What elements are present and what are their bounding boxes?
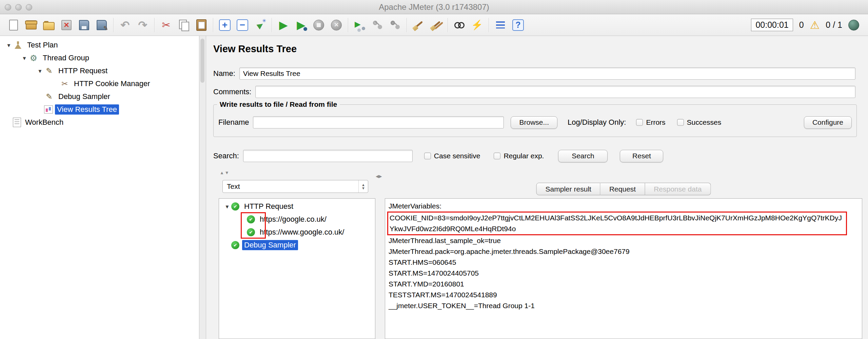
search-reset-icon[interactable] <box>470 18 485 33</box>
remote-start-all-icon[interactable] <box>352 18 367 33</box>
view-mode-select[interactable]: Text ▲▼ <box>222 180 368 193</box>
split-collapse-arrows-horizontal-icon[interactable]: ◀▶ <box>376 174 382 179</box>
zoom-window-button[interactable] <box>26 4 32 11</box>
stop-icon[interactable] <box>311 18 326 33</box>
thread-group-icon <box>28 53 39 63</box>
successes-checkbox[interactable] <box>677 119 684 126</box>
save-as-icon[interactable] <box>94 18 109 33</box>
result-tree-item[interactable]: https://www.google.co.uk/ <box>219 226 375 239</box>
result-tree-item[interactable]: Debug Sampler <box>219 239 375 252</box>
toolbar-group <box>276 18 344 33</box>
successes-checkbox-wrap: Successes <box>677 118 722 126</box>
response-line: START.YMD=20160801 <box>389 279 859 290</box>
clear-icon[interactable] <box>411 18 426 33</box>
errors-checkbox-label: Errors <box>646 118 665 126</box>
start-no-pauses-icon[interactable] <box>294 18 309 33</box>
successes-checkbox-label: Successes <box>687 118 722 126</box>
response-line: START.HMS=060645 <box>389 257 859 268</box>
clear-all-icon[interactable] <box>429 18 443 33</box>
results-split-divider[interactable]: ◀▶ <box>375 180 385 339</box>
results-split: ▲▼ Text ▲▼ ▼HTTP Requesthttps://google.c… <box>206 169 868 339</box>
search-icon[interactable] <box>452 18 467 33</box>
collapse-all-icon[interactable] <box>237 19 248 31</box>
test-plan-tree: ▼Test Plan▼Thread Group▼HTTP RequestHTTP… <box>0 36 199 339</box>
regular-exp-checkbox[interactable] <box>494 153 500 159</box>
reset-button[interactable]: Reset <box>620 150 663 162</box>
case-sensitive-checkbox[interactable] <box>424 153 431 159</box>
warning-triangle-icon[interactable]: ⚠ <box>810 20 820 31</box>
tree-split-divider[interactable] <box>199 36 206 339</box>
success-check-icon <box>247 215 255 223</box>
expand-all-icon[interactable] <box>219 19 231 31</box>
write-results-group-title: Write results to file / Read from file <box>217 100 340 108</box>
results-tree: ▼HTTP Requesthttps://google.co.uk/https:… <box>219 198 375 339</box>
name-input[interactable] <box>239 67 855 80</box>
toggle-icon[interactable] <box>253 18 268 33</box>
filename-input[interactable] <box>253 116 504 128</box>
response-data-panel: JMeterVariables:COOKIE_NID=83=smdoI9oyJ2… <box>385 198 862 339</box>
tab-sampler-result[interactable]: Sampler result <box>536 183 600 195</box>
toolbar-group <box>411 18 443 33</box>
minimize-window-button[interactable] <box>15 4 22 11</box>
comments-input[interactable] <box>255 86 855 98</box>
result-tree-item[interactable]: https://google.co.uk/ <box>219 213 375 226</box>
toolbar: 00:00:01 0 ⚠ 0 / 1 <box>0 14 868 36</box>
save-icon[interactable] <box>77 18 92 33</box>
debug-sampler-icon <box>44 92 54 101</box>
templates-icon[interactable] <box>24 18 39 33</box>
sidebar-item[interactable]: Debug Sampler <box>0 90 199 103</box>
sidebar-item[interactable]: ▼Test Plan <box>0 39 199 52</box>
disclosure-triangle-icon[interactable]: ▼ <box>36 68 44 74</box>
sidebar-item[interactable]: HTTP Cookie Manager <box>0 77 199 90</box>
sidebar-item[interactable]: WorkBench <box>0 116 199 129</box>
errors-checkbox[interactable] <box>636 119 643 126</box>
function-helper-icon[interactable] <box>493 18 508 33</box>
regular-exp-label: Regular exp. <box>504 152 544 160</box>
disclosure-triangle-icon[interactable]: ▼ <box>5 42 13 48</box>
copy-icon[interactable] <box>176 18 191 33</box>
result-tree-item[interactable]: ▼HTTP Request <box>219 200 375 213</box>
disclosure-triangle-icon[interactable]: ▼ <box>20 55 28 61</box>
toolbar-separator <box>154 18 155 32</box>
scrollbar-thumb[interactable] <box>200 39 204 83</box>
tab-request[interactable]: Request <box>600 183 645 195</box>
open-folder-icon[interactable] <box>41 18 56 33</box>
cookie-manager-icon <box>60 79 70 88</box>
view-results-tree-panel: View Results Tree Name: Comments: Write … <box>206 36 868 339</box>
search-input[interactable] <box>243 150 413 162</box>
sidebar-item[interactable]: ▼HTTP Request <box>0 64 199 77</box>
redo-icon[interactable] <box>135 18 150 33</box>
help-icon[interactable] <box>512 19 524 31</box>
annotation-red-box-cookie: COOKIE_NID=83=smdoI9oyJ2eP7ttgjvCtLM2EHU… <box>387 212 847 235</box>
close-file-icon[interactable] <box>59 18 74 33</box>
cut-icon[interactable] <box>159 18 174 33</box>
disclosure-triangle-icon[interactable]: ▼ <box>223 204 231 210</box>
http-request-icon <box>44 66 54 76</box>
toolbar-separator <box>489 18 489 32</box>
search-row: Search: Case sensitive Regular exp. Sear… <box>213 149 855 163</box>
paste-icon[interactable] <box>194 18 209 33</box>
sidebar-item[interactable]: View Results Tree <box>0 103 199 116</box>
remote-stop-all-icon[interactable] <box>370 18 385 33</box>
close-window-button[interactable] <box>5 4 11 11</box>
case-sensitive-label: Case sensitive <box>434 152 480 160</box>
new-file-icon[interactable] <box>6 18 21 33</box>
remote-shutdown-all-icon[interactable] <box>388 18 402 33</box>
split-collapse-arrows-icon[interactable]: ▲▼ <box>220 170 230 175</box>
search-button[interactable]: Search <box>558 150 608 162</box>
sidebar-item-label: HTTP Request <box>56 66 110 76</box>
start-icon[interactable] <box>276 18 291 33</box>
log-error-count[interactable]: 0 <box>799 20 804 30</box>
toolbar-group <box>118 18 150 33</box>
sidebar-item-label: HTTP Cookie Manager <box>72 79 152 89</box>
shutdown-icon[interactable] <box>329 18 344 33</box>
result-item-label: https://www.google.co.uk/ <box>258 227 346 237</box>
configure-button[interactable]: Configure <box>804 116 852 129</box>
sidebar-item-label: Debug Sampler <box>56 92 112 102</box>
tab-response-data[interactable]: Response data <box>645 183 711 195</box>
undo-icon[interactable] <box>118 18 133 33</box>
toolbar-separator <box>448 18 448 32</box>
sidebar-item[interactable]: ▼Thread Group <box>0 52 199 64</box>
browse-button[interactable]: Browse... <box>511 116 557 129</box>
filename-label: Filename <box>218 118 249 127</box>
